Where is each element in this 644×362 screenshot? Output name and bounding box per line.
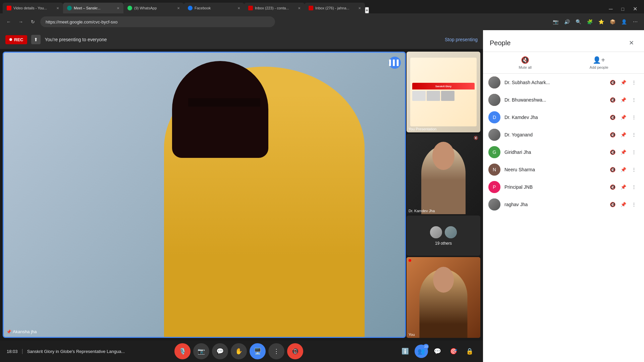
url-input[interactable] xyxy=(40,16,275,27)
collections-icon[interactable]: 📦 xyxy=(608,17,617,26)
person-item: G Giridhari Jha 🔇 📌 ⋮ xyxy=(483,143,644,161)
person-more-button[interactable]: ⋮ xyxy=(629,78,639,87)
person-pin-button[interactable]: 📌 xyxy=(619,182,628,192)
extensions-icon[interactable]: 🧩 xyxy=(585,17,594,26)
tab-inbox2[interactable]: Inbox (276) - jahna... ✕ xyxy=(305,3,365,13)
close-tab-5[interactable]: ✕ xyxy=(298,6,301,10)
close-tab-1[interactable]: ✕ xyxy=(56,6,59,10)
person-mute-button[interactable]: 🔇 xyxy=(608,200,617,209)
stop-presenting-button[interactable]: Stop presenting xyxy=(445,37,478,42)
mute-all-button[interactable]: 🔇 Mute all xyxy=(519,56,532,69)
forward-button[interactable]: → xyxy=(16,17,25,26)
person-item: N Neeru Sharma 🔇 📌 ⋮ xyxy=(483,161,644,178)
raise-hand-button[interactable]: ✋ xyxy=(231,343,247,359)
present-icon: ⬆ xyxy=(31,35,41,44)
person-pin-button[interactable]: 📌 xyxy=(619,165,628,174)
presentation-label: You Presentation xyxy=(409,127,436,131)
person-item: Dr. Bhuwaneshwa... 🔇 📌 ⋮ xyxy=(483,91,644,109)
close-tab-3[interactable]: ✕ xyxy=(177,6,180,10)
back-button[interactable]: ← xyxy=(4,17,13,26)
camera-button[interactable]: 📷 xyxy=(193,343,209,359)
person-pin-button[interactable]: 📌 xyxy=(619,78,628,87)
chat-button[interactable]: 💬 xyxy=(431,345,444,358)
main-content: REC ⬆ You're presenting to everyone Stop… xyxy=(0,30,644,362)
person-pin-button[interactable]: 📌 xyxy=(619,130,628,139)
address-bar: ← → ↻ 📷 🔊 🔍 🧩 ⭐ 📦 👤 ⋯ xyxy=(0,13,644,30)
profile-icon[interactable]: 👤 xyxy=(619,17,629,26)
more-options-button[interactable]: ⋮ xyxy=(268,343,284,359)
close-tab-2[interactable]: ✕ xyxy=(117,6,119,10)
new-tab-button[interactable]: + xyxy=(365,7,369,13)
activities-button[interactable]: 🎯 xyxy=(447,345,460,358)
person-actions: 🔇 📌 ⋮ xyxy=(608,147,639,157)
minimize-button[interactable]: ─ xyxy=(605,5,616,13)
people-button[interactable]: 👥 23 xyxy=(415,345,428,358)
person-name: Dr. Subhash Achark... xyxy=(504,80,604,85)
person-mute-button[interactable]: 🔇 xyxy=(608,130,617,139)
person-pin-button[interactable]: 📌 xyxy=(619,95,628,105)
settings-icon[interactable]: ⋯ xyxy=(631,17,640,26)
avatar xyxy=(488,198,500,210)
tab-youtube[interactable]: Video details - You... ✕ xyxy=(3,3,63,13)
mute-button[interactable]: 🎙️ xyxy=(174,343,191,359)
person-actions: 🔇 📌 ⋮ xyxy=(608,182,639,192)
close-tab-4[interactable]: ✕ xyxy=(237,6,240,10)
close-panel-button[interactable]: ✕ xyxy=(625,37,637,49)
panel-title: People xyxy=(490,39,511,47)
info-button[interactable]: ℹ️ xyxy=(398,345,412,358)
lock-button[interactable]: 🔒 xyxy=(463,345,476,358)
person-more-button[interactable]: ⋮ xyxy=(629,95,639,105)
tab-whatsapp[interactable]: (9) WhatsApp ✕ xyxy=(123,3,184,13)
avatar xyxy=(488,94,500,106)
person-pin-button[interactable]: 📌 xyxy=(619,113,628,122)
person-item: Dr. Subhash Achark... 🔇 📌 ⋮ xyxy=(483,74,644,91)
person-more-button[interactable]: ⋮ xyxy=(629,130,639,139)
close-window-button[interactable]: ✕ xyxy=(629,4,641,13)
avatar: P xyxy=(488,181,500,193)
pin-icon: 📌 xyxy=(6,329,11,334)
end-call-button[interactable]: 📵 xyxy=(287,343,303,359)
refresh-button[interactable]: ↻ xyxy=(28,17,38,26)
presentation-video: Sanskrit Glory You Presentation xyxy=(407,52,480,132)
person-pin-button[interactable]: 📌 xyxy=(619,200,628,209)
captions-button[interactable]: 💬 xyxy=(212,343,228,359)
person-mute-button[interactable]: 🔇 xyxy=(608,165,617,174)
person-mute-button[interactable]: 🔇 xyxy=(608,95,617,105)
person-more-button[interactable]: ⋮ xyxy=(629,165,639,174)
people-icon: 👥 xyxy=(418,348,425,355)
person-more-button[interactable]: ⋮ xyxy=(629,200,639,209)
person-mute-button[interactable]: 🔇 xyxy=(608,78,617,87)
you-label: You xyxy=(409,333,415,337)
video-grid: ▌▌▌ 📌 Akansha jha Sanskrit Glory xyxy=(0,49,483,341)
add-person-icon: 👤+ xyxy=(593,56,605,64)
person-mute-button[interactable]: 🔇 xyxy=(608,113,617,122)
tab-bar: Video details - You... ✕ Meet – Sanskr..… xyxy=(0,0,644,13)
rec-button[interactable]: REC xyxy=(5,35,27,44)
main-video: ▌▌▌ 📌 Akansha jha xyxy=(3,52,406,338)
person-pin-button[interactable]: 📌 xyxy=(619,147,628,157)
person-name: Dr. Yoganand xyxy=(504,132,604,137)
maximize-button[interactable]: □ xyxy=(618,5,628,13)
person-actions: 🔇 📌 ⋮ xyxy=(608,78,639,87)
tab-facebook[interactable]: Facebook ✕ xyxy=(184,3,244,13)
camera-icon: 📷 xyxy=(551,17,560,26)
person-more-button[interactable]: ⋮ xyxy=(629,182,639,192)
close-tab-6[interactable]: ✕ xyxy=(358,6,361,10)
read-aloud-icon[interactable]: 🔊 xyxy=(562,17,572,26)
add-people-button[interactable]: 👤+ Add people xyxy=(590,56,608,69)
person-mute-button[interactable]: 🔇 xyxy=(608,182,617,192)
red-dot-you xyxy=(409,259,411,262)
person-mute-button[interactable]: 🔇 xyxy=(608,147,617,157)
people-panel: People ✕ 🔇 Mute all 👤+ Add people Dr. Su… xyxy=(483,30,644,362)
controls: 🎙️ 📷 💬 ✋ 🖥️ ⋮ 📵 xyxy=(174,343,303,359)
person-more-button[interactable]: ⋮ xyxy=(629,113,639,122)
person-more-button[interactable]: ⋮ xyxy=(629,147,639,157)
tab-inbox1[interactable]: Inbox (223) - conta... ✕ xyxy=(244,3,305,13)
audio-wave-icon: ▌▌▌ xyxy=(389,60,400,66)
present-button[interactable]: 🖥️ xyxy=(250,343,266,359)
person-name: Neeru Sharma xyxy=(504,167,604,172)
search-icon[interactable]: 🔍 xyxy=(574,17,583,26)
favorites-icon[interactable]: ⭐ xyxy=(596,17,606,26)
people-list: Dr. Subhash Achark... 🔇 📌 ⋮ Dr. Bhuwanes… xyxy=(483,74,644,362)
tab-meet[interactable]: Meet – Sanskr... ✕ xyxy=(63,3,123,13)
